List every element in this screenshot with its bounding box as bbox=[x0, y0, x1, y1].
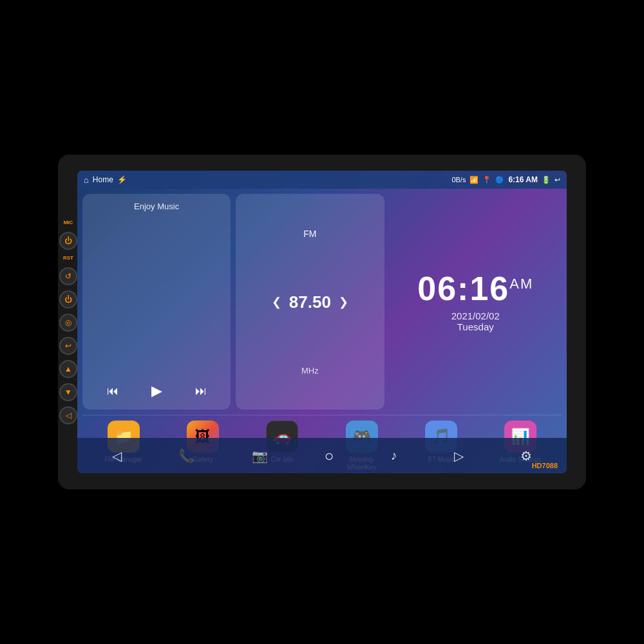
status-bar-right: 0B/s 📶 📍 🔵 6:16 AM 🔋 ↩ bbox=[451, 175, 560, 184]
mic-label: MIC bbox=[64, 220, 73, 225]
usb-icon: ⚡ bbox=[117, 175, 127, 184]
data-speed: 0B/s bbox=[451, 176, 466, 184]
home-icon: ⌂ bbox=[84, 175, 89, 185]
clock-hours: 06 bbox=[417, 270, 457, 307]
nav-side-button[interactable]: ◁ bbox=[59, 406, 77, 424]
play-nav-btn[interactable]: ▷ bbox=[450, 444, 468, 468]
fm-frequency: 87.50 bbox=[289, 292, 331, 312]
screen: ⌂ Home ⚡ 0B/s 📶 📍 🔵 6:16 AM 🔋 ↩ Enjoy Mu… bbox=[77, 171, 567, 473]
fast-forward-button[interactable]: ⏭ bbox=[193, 382, 209, 401]
rst-label: RST bbox=[63, 255, 73, 261]
model-number: HD7088 bbox=[532, 462, 558, 469]
music-widget[interactable]: Enjoy Music ⏮ ▶ ⏭ bbox=[82, 194, 231, 410]
vol-down-button[interactable]: ▼ bbox=[59, 383, 77, 401]
power-button[interactable]: ⏻ bbox=[59, 232, 77, 250]
navigate-btn[interactable]: ◁ bbox=[108, 444, 126, 468]
home-circle-btn[interactable]: ○ bbox=[321, 443, 338, 469]
home-label: Home bbox=[93, 175, 113, 184]
clock-minutes: 16 bbox=[469, 270, 509, 307]
fm-next-button[interactable]: ❯ bbox=[339, 295, 348, 309]
clock-ampm: AM bbox=[509, 275, 533, 291]
location-icon: 📍 bbox=[482, 176, 491, 184]
back-arrow-icon: ↩ bbox=[554, 176, 560, 184]
camera-btn[interactable]: 📷 bbox=[248, 444, 272, 468]
signal-icon: 📶 bbox=[469, 176, 478, 184]
fm-unit: MHz bbox=[301, 366, 319, 375]
alert-button[interactable]: ◎ bbox=[59, 314, 77, 332]
music-note-btn[interactable]: ♪ bbox=[386, 444, 401, 467]
power2-button[interactable]: ⏻ bbox=[59, 290, 77, 308]
reset-button[interactable]: ↺ bbox=[59, 267, 77, 285]
phone-btn[interactable]: 📞 bbox=[175, 444, 198, 468]
clock-time: 06:16AM bbox=[417, 272, 533, 305]
music-controls: ⏮ ▶ ⏭ bbox=[90, 380, 223, 402]
play-button[interactable]: ▶ bbox=[149, 380, 165, 402]
fm-prev-button[interactable]: ❮ bbox=[272, 295, 281, 309]
bottom-nav: ◁ 📞 📷 ○ ♪ ▷ ⚙ bbox=[77, 438, 567, 473]
clock-widget: 06:16AM 2021/02/02 Tuesday bbox=[390, 194, 562, 410]
vol-up-button[interactable]: ▲ bbox=[59, 360, 77, 378]
clock-date: 2021/02/02 bbox=[451, 310, 500, 321]
side-button-panel: MIC ⏻ RST ↺ ⏻ ◎ ↩ ▲ ▼ ◁ bbox=[57, 213, 80, 431]
widget-row: Enjoy Music ⏮ ▶ ⏭ FM ❮ 87.50 ❯ MHz bbox=[77, 189, 567, 415]
battery-icon: 🔋 bbox=[542, 176, 551, 184]
fm-widget[interactable]: FM ❮ 87.50 ❯ MHz bbox=[236, 194, 384, 410]
status-bar: ⌂ Home ⚡ 0B/s 📶 📍 🔵 6:16 AM 🔋 ↩ bbox=[77, 171, 567, 189]
back-button[interactable]: ↩ bbox=[59, 337, 77, 355]
music-title: Enjoy Music bbox=[90, 202, 223, 211]
status-time: 6:16 AM bbox=[508, 175, 538, 184]
rewind-button[interactable]: ⏮ bbox=[104, 382, 121, 401]
fm-frequency-row: ❮ 87.50 ❯ bbox=[272, 292, 348, 312]
fm-label: FM bbox=[303, 229, 316, 239]
car-head-unit: MIC ⏻ RST ↺ ⏻ ◎ ↩ ▲ ▼ ◁ ⌂ Home ⚡ 0B/s 📶 … bbox=[58, 155, 586, 489]
bluetooth-icon: 🔵 bbox=[495, 176, 504, 184]
clock-day: Tuesday bbox=[457, 321, 494, 332]
